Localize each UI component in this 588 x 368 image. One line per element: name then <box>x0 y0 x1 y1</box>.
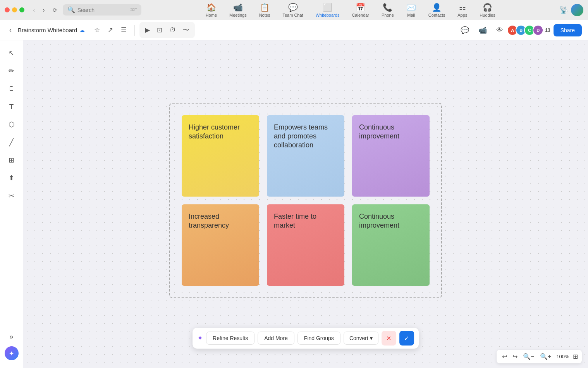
grid-view-button[interactable]: ⊞ <box>573 353 578 360</box>
cloud-sync-icon: ☁ <box>79 27 85 33</box>
expand-tools-button[interactable]: » <box>3 328 20 345</box>
export-button[interactable]: ↗ <box>105 24 116 36</box>
secondary-toolbar: ‹ Brainstorm Whiteboard ☁ ☆ ↗ ☰ ▶ ⊡ ⏱ 〜 … <box>0 20 588 40</box>
sticky-note-3[interactable]: Continuous improvement <box>352 115 430 196</box>
search-bar[interactable]: 🔍 ⌘F <box>63 4 142 16</box>
redo-button[interactable]: ↪ <box>511 352 519 361</box>
profile-avatar[interactable] <box>571 4 583 16</box>
tab-meetings[interactable]: 📹 Meetings <box>224 1 252 19</box>
toolbar-right: 💬 📹 👁 A B C D 13 Share <box>457 24 582 37</box>
sticky-notes-container: Higher customer satisfaction Empowers te… <box>169 102 442 298</box>
avatar: D <box>533 25 543 36</box>
convert-button[interactable]: Convert ▾ <box>344 332 378 345</box>
video-button[interactable]: 📹 <box>475 24 490 37</box>
select-tool[interactable]: ↖ <box>3 45 20 61</box>
titlebar: ‹ › ⟳ 🔍 ⌘F 🏠 Home 📹 Meetings 📋 Notes 💬 T… <box>0 0 588 20</box>
mail-icon: ✉️ <box>406 3 416 12</box>
tab-teamchat-label: Team Chat <box>282 13 303 17</box>
add-more-button[interactable]: Add More <box>258 332 294 345</box>
dismiss-button[interactable]: ✕ <box>382 331 396 346</box>
tab-phone[interactable]: 📞 Phone <box>376 1 399 19</box>
star-button[interactable]: ☆ <box>91 24 103 36</box>
phone-icon: 📞 <box>383 3 392 12</box>
tab-apps-label: Apps <box>457 13 467 17</box>
tab-notes-label: Notes <box>259 13 270 17</box>
sticky-note-4[interactable]: Increased transparency <box>182 204 259 285</box>
zoom-in-button[interactable]: 🔍+ <box>538 352 553 361</box>
tab-teamchat[interactable]: 💬 Team Chat <box>277 1 308 19</box>
shapes-tool[interactable]: ⬡ <box>3 116 20 133</box>
tab-huddles[interactable]: 🎧 Huddles <box>474 1 500 19</box>
draw-button[interactable]: 〜 <box>180 24 193 36</box>
sticky-note-tool[interactable]: 🗒 <box>3 81 20 97</box>
tab-home-label: Home <box>206 13 217 17</box>
convert-label: Convert <box>349 335 368 341</box>
tab-mail-label: Mail <box>407 13 415 17</box>
back-button[interactable]: ‹ <box>31 5 37 15</box>
tab-calendar[interactable]: 📅 Calendar <box>346 1 375 19</box>
whiteboard-name: Brainstorm Whiteboard <box>18 27 77 33</box>
ai-button[interactable]: ✦ <box>5 346 19 360</box>
comment-button[interactable]: 💬 <box>457 24 472 37</box>
share-button[interactable]: Share <box>554 24 582 36</box>
follow-button[interactable]: 👁 <box>493 24 506 36</box>
canvas-area[interactable]: Higher customer satisfaction Empowers te… <box>23 40 588 368</box>
bottom-action-bar: ✦ Refine Results Add More Find Groups Co… <box>193 328 419 349</box>
menu-button[interactable]: ☰ <box>118 24 130 36</box>
connector-tool[interactable]: ✂ <box>3 188 20 204</box>
tab-meetings-label: Meetings <box>229 13 247 17</box>
tab-phone-label: Phone <box>382 13 394 17</box>
tab-calendar-label: Calendar <box>352 13 369 17</box>
checkmark-icon: ✓ <box>404 335 409 342</box>
confirm-button[interactable]: ✓ <box>399 331 414 346</box>
upload-tool[interactable]: ⬆ <box>3 170 20 186</box>
apps-icon: ⚏ <box>459 3 466 12</box>
refine-results-button[interactable]: Refine Results <box>206 332 254 345</box>
tab-mail[interactable]: ✉️ Mail <box>401 1 421 19</box>
tab-whiteboards[interactable]: ⬜ Whiteboards <box>310 1 345 19</box>
tab-huddles-label: Huddles <box>480 13 495 17</box>
maximize-traffic-light[interactable] <box>19 7 24 12</box>
whiteboard-back-button[interactable]: ‹ <box>6 24 15 36</box>
tab-whiteboards-label: Whiteboards <box>316 13 340 17</box>
close-icon: ✕ <box>386 335 391 342</box>
zoom-out-button[interactable]: 🔍− <box>521 352 536 361</box>
find-groups-button[interactable]: Find Groups <box>297 332 340 345</box>
huddles-icon: 🎧 <box>483 3 492 12</box>
history-button[interactable]: ⟳ <box>50 5 60 15</box>
sticky-note-1[interactable]: Higher customer satisfaction <box>182 115 259 196</box>
home-icon: 🏠 <box>206 3 216 12</box>
left-toolbar: ↖ ✏ 🗒 T ⬡ ╱ ⊞ ⬆ ✂ » ✦ <box>0 40 23 368</box>
text-tool[interactable]: T <box>3 98 20 115</box>
tab-contacts[interactable]: 👤 Contacts <box>423 1 450 19</box>
frame-view-button[interactable]: ⊡ <box>154 24 165 36</box>
search-icon: 🔍 <box>67 6 75 14</box>
tab-apps[interactable]: ⚏ Apps <box>452 1 473 19</box>
search-input[interactable] <box>77 7 128 13</box>
pen-tool[interactable]: ✏ <box>3 63 20 79</box>
view-tool-group: ▶ ⊡ ⏱ 〜 <box>139 22 195 38</box>
calendar-icon: 📅 <box>356 3 365 12</box>
ai-sparkle-button[interactable]: ✦ <box>197 334 203 342</box>
nav-tabs: 🏠 Home 📹 Meetings 📋 Notes 💬 Team Chat ⬜ … <box>144 1 556 19</box>
present-button[interactable]: ▶ <box>142 24 153 36</box>
tab-notes[interactable]: 📋 Notes <box>254 1 276 19</box>
sticky-note-2[interactable]: Empowers teams and promotes collaboratio… <box>267 115 344 196</box>
tab-home[interactable]: 🏠 Home <box>200 1 222 19</box>
chevron-down-icon: ▾ <box>370 335 373 341</box>
screen-share-button[interactable]: 📡 <box>559 6 568 14</box>
frame-tool[interactable]: ⊞ <box>3 152 20 168</box>
line-tool[interactable]: ╱ <box>3 134 20 150</box>
minimize-traffic-light[interactable] <box>12 7 17 12</box>
whiteboards-icon: ⬜ <box>323 3 332 12</box>
sticky-note-6[interactable]: Continuous improvement <box>352 204 430 285</box>
undo-button[interactable]: ↩ <box>500 352 509 361</box>
close-traffic-light[interactable] <box>5 7 10 12</box>
timer-button[interactable]: ⏱ <box>166 24 179 36</box>
zoom-bar: ↩ ↪ 🔍− 🔍+ 100% ⊞ <box>497 350 582 363</box>
forward-button[interactable]: › <box>40 5 47 15</box>
zoom-level: 100% <box>555 354 571 359</box>
left-toolbar-bottom: » ✦ <box>3 328 20 363</box>
meetings-icon: 📹 <box>233 3 243 12</box>
sticky-note-5[interactable]: Faster time to market <box>267 204 344 285</box>
